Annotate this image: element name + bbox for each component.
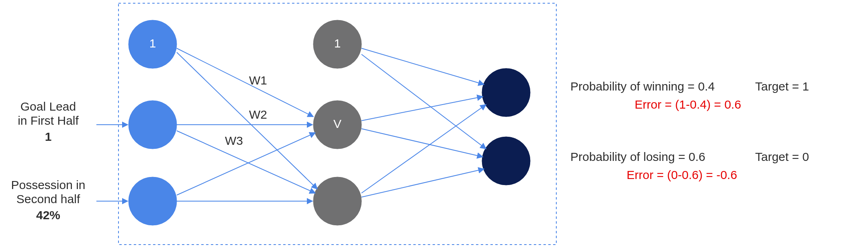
input-feature1-node (129, 101, 177, 149)
hidden-2-node (313, 177, 361, 225)
output-lose-error: Error = (0-0.6) = -0.6 (627, 168, 737, 181)
edge-h0-o0 (361, 48, 484, 84)
input-feature2-node (129, 177, 177, 225)
edge-in1-h2 (177, 131, 315, 193)
feature1-label-line2: in First Half (18, 114, 79, 127)
feature2-label-line1: Possession in (11, 178, 85, 191)
output-win-target: Target = 1 (755, 80, 809, 93)
weight-w3-label: W3 (225, 134, 243, 147)
weight-w1-label: W1 (249, 74, 267, 87)
hidden-v-label: V (333, 117, 341, 130)
hidden-bias-label: 1 (334, 37, 341, 50)
input-bias-label: 1 (149, 37, 156, 50)
output-win-error: Error = (1-0.4) = 0.6 (635, 98, 741, 111)
output-win-prob: Probability of winning = 0.4 (570, 80, 715, 93)
nn-diagram: 1 1 V W1 W2 W3 Goal Lead in First Half 1… (0, 0, 868, 249)
output-lose-node (482, 137, 530, 185)
output-win-node (482, 68, 530, 117)
feature1-label-line1: Goal Lead (20, 100, 76, 113)
edge-in0-h1 (177, 48, 313, 117)
edge-h0-o1 (361, 54, 486, 149)
weight-w2-label: W2 (249, 108, 267, 121)
feature1-value: 1 (45, 130, 52, 143)
edge-in0-h2 (177, 52, 317, 189)
edge-h2-o1 (361, 169, 484, 197)
output-lose-target: Target = 0 (755, 150, 809, 163)
edge-h2-o0 (361, 105, 486, 193)
feature2-label-line2: Second half (16, 192, 80, 206)
edge-in2-h1 (177, 133, 315, 195)
feature2-value: 42% (36, 208, 60, 222)
output-lose-prob: Probability of losing = 0.6 (570, 150, 705, 163)
